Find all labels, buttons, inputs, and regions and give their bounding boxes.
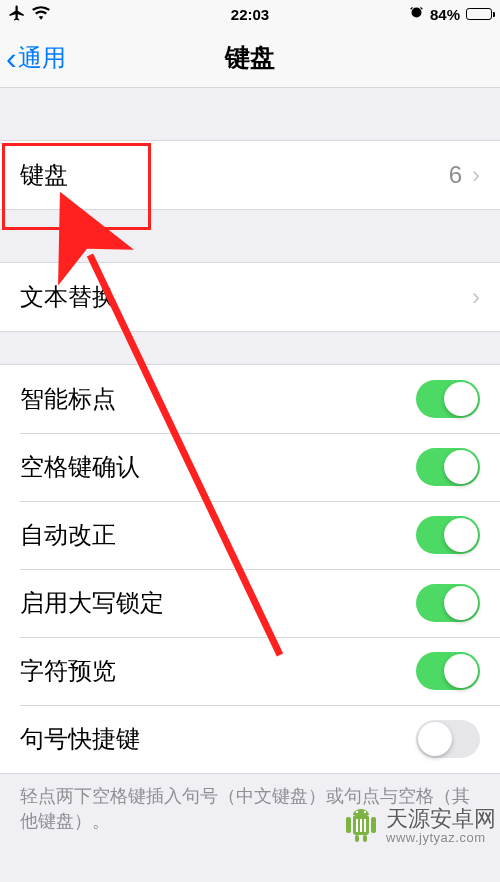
back-button[interactable]: ‹ 通用: [0, 42, 66, 74]
chevron-right-icon: ›: [472, 283, 480, 311]
switch-auto-correct[interactable]: [416, 516, 480, 554]
row-auto-correct[interactable]: 自动改正: [0, 501, 500, 569]
page-title: 键盘: [225, 41, 275, 74]
row-space-confirm[interactable]: 空格键确认: [0, 433, 500, 501]
alarm-icon: [409, 5, 424, 23]
row-period-shortcut[interactable]: 句号快捷键: [0, 705, 500, 773]
row-label: 句号快捷键: [20, 723, 140, 755]
row-smart-punct[interactable]: 智能标点: [0, 365, 500, 433]
wifi-icon: [32, 6, 50, 23]
row-label: 智能标点: [20, 383, 116, 415]
back-label: 通用: [18, 42, 66, 74]
switch-caps-lock[interactable]: [416, 584, 480, 622]
row-label: 键盘: [20, 159, 68, 191]
svg-rect-4: [355, 835, 359, 842]
battery-pct: 84%: [430, 6, 460, 23]
switch-period-shortcut[interactable]: [416, 720, 480, 758]
chevron-right-icon: ›: [472, 161, 480, 189]
row-caps-lock[interactable]: 启用大写锁定: [0, 569, 500, 637]
row-char-preview[interactable]: 字符预览: [0, 637, 500, 705]
row-text-replace[interactable]: 文本替换 ›: [0, 263, 500, 331]
chevron-left-icon: ‹: [6, 42, 17, 74]
status-time: 22:03: [231, 6, 269, 23]
switch-smart-punct[interactable]: [416, 380, 480, 418]
footer-note: 轻点两下空格键插入句号（中文键盘）或句点与空格（其他键盘）。: [0, 774, 500, 834]
row-label: 空格键确认: [20, 451, 140, 483]
status-left: [8, 4, 50, 25]
row-value: 6: [449, 161, 462, 189]
battery-icon: [466, 8, 492, 20]
airplane-icon: [8, 4, 26, 25]
row-label: 字符预览: [20, 655, 116, 687]
row-label: 自动改正: [20, 519, 116, 551]
nav-bar: ‹ 通用 键盘: [0, 28, 500, 88]
row-label: 文本替换: [20, 281, 116, 313]
switch-space-confirm[interactable]: [416, 448, 480, 486]
status-right: 84%: [409, 5, 492, 23]
switch-char-preview[interactable]: [416, 652, 480, 690]
svg-rect-5: [363, 835, 367, 842]
row-keyboards[interactable]: 键盘 6 ›: [0, 141, 500, 209]
row-label: 启用大写锁定: [20, 587, 164, 619]
status-bar: 22:03 84%: [0, 0, 500, 28]
